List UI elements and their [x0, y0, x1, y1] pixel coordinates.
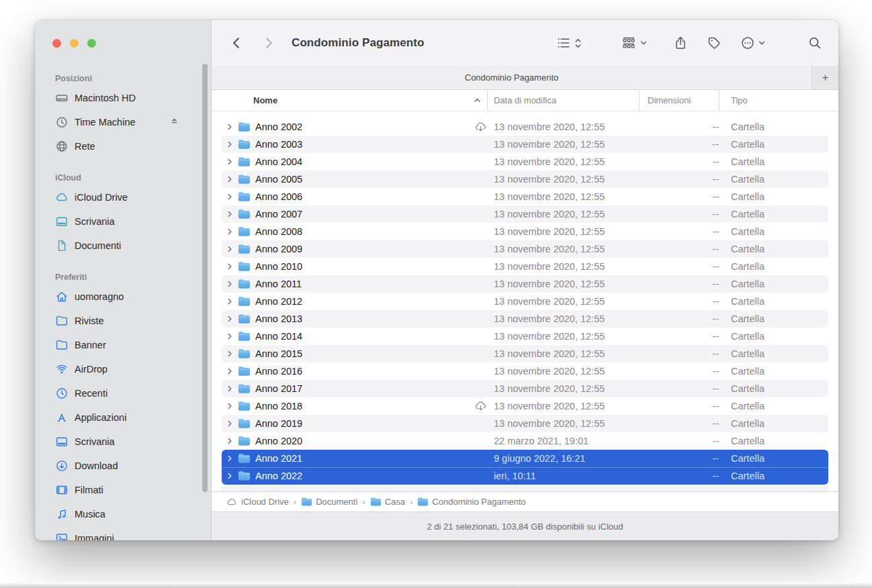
sidebar-item-uomoragno[interactable]: uomoragno [35, 285, 211, 309]
disclosure-triangle-icon[interactable] [222, 437, 238, 445]
sidebar-item-airdrop[interactable]: AirDrop [35, 357, 211, 381]
sidebar-item-download[interactable]: Download [35, 454, 211, 478]
file-row[interactable]: Anno 201613 novembre 2020, 12:55--Cartel… [222, 362, 828, 380]
file-row[interactable]: Anno 200213 novembre 2020, 12:55--Cartel… [222, 118, 828, 136]
file-size: -- [639, 401, 719, 411]
file-row[interactable]: Anno 201913 novembre 2020, 12:55--Cartel… [222, 415, 828, 432]
file-row[interactable]: Anno 200413 novembre 2020, 12:55--Cartel… [222, 153, 828, 170]
file-row[interactable]: Anno 201313 novembre 2020, 12:55--Cartel… [222, 310, 828, 328]
file-row[interactable]: Anno 200813 novembre 2020, 12:55--Cartel… [222, 223, 828, 240]
disclosure-triangle-icon[interactable] [222, 420, 238, 428]
path-item-casa[interactable]: Casa [370, 497, 405, 507]
disclosure-triangle-icon[interactable] [222, 245, 238, 253]
disclosure-triangle-icon[interactable] [222, 262, 238, 271]
search-button[interactable] [808, 36, 822, 50]
file-size: -- [639, 313, 719, 324]
file-row[interactable]: Anno 201413 novembre 2020, 12:55--Cartel… [222, 328, 828, 345]
tag-button[interactable] [707, 36, 722, 50]
more-actions-button[interactable] [740, 36, 766, 50]
column-header-name[interactable]: Nome [222, 95, 467, 105]
sidebar-item-recenti[interactable]: Recenti [35, 381, 211, 405]
disclosure-triangle-icon[interactable] [222, 228, 238, 236]
sidebar-item-filmati[interactable]: Filmati [35, 478, 211, 502]
disclosure-triangle-icon[interactable] [222, 402, 238, 410]
file-row[interactable]: Anno 200913 novembre 2020, 12:55--Cartel… [222, 240, 828, 258]
zoom-window-button[interactable] [87, 39, 96, 48]
sidebar-item-label: Recenti [75, 388, 107, 399]
sidebar-item-banner[interactable]: Banner [35, 333, 211, 357]
eject-icon[interactable] [169, 115, 180, 129]
file-row[interactable]: Anno 20219 giugno 2022, 16:21--Cartella [222, 450, 828, 467]
file-row[interactable]: Anno 201713 novembre 2020, 12:55--Cartel… [222, 380, 828, 397]
appstore-icon [55, 411, 69, 424]
file-row[interactable]: Anno 200713 novembre 2020, 12:55--Cartel… [222, 205, 828, 223]
minimize-window-button[interactable] [70, 39, 79, 48]
file-date-modified: 13 novembre 2020, 12:55 [494, 279, 639, 289]
file-name: Anno 2022 [255, 471, 467, 481]
disclosure-triangle-icon[interactable] [222, 280, 238, 288]
file-row[interactable]: Anno 202022 marzo 2021, 19:01--Cartella [222, 432, 828, 450]
disclosure-triangle-icon[interactable] [222, 315, 238, 323]
file-row[interactable]: Anno 200613 novembre 2020, 12:55--Cartel… [222, 188, 828, 205]
file-date-modified: 13 novembre 2020, 12:55 [494, 139, 639, 150]
sidebar-item-macintosh-hd[interactable]: Macintosh HD [35, 86, 211, 110]
disclosure-triangle-icon[interactable] [222, 454, 238, 462]
column-header-kind[interactable]: Tipo [719, 90, 828, 111]
file-size: -- [639, 139, 719, 150]
share-button[interactable] [673, 36, 688, 50]
file-name: Anno 2008 [255, 226, 467, 237]
file-kind: Cartella [719, 261, 828, 272]
file-row[interactable]: Anno 201513 novembre 2020, 12:55--Cartel… [222, 345, 828, 362]
path-item-icloud-drive[interactable]: iCloud Drive [226, 497, 289, 507]
sidebar-item-icloud-drive[interactable]: iCloud Drive [35, 185, 211, 209]
file-row[interactable]: Anno 201813 novembre 2020, 12:55--Cartel… [222, 397, 828, 415]
file-row[interactable]: Anno 2022ieri, 10:11--Cartella [222, 467, 828, 485]
file-row[interactable]: Anno 201213 novembre 2020, 12:55--Cartel… [222, 293, 828, 310]
disclosure-triangle-icon[interactable] [222, 472, 238, 480]
film-icon [55, 483, 69, 497]
path-item-condominio-pagamento[interactable]: Condominio Pagamento [417, 497, 525, 507]
group-by-button[interactable] [621, 36, 648, 50]
disclosure-triangle-icon[interactable] [222, 140, 238, 148]
column-header-date[interactable]: Data di modifica [487, 90, 639, 111]
folder-icon [301, 497, 312, 507]
folder-icon [238, 139, 255, 150]
sidebar-item-musica[interactable]: Musica [35, 502, 211, 526]
disclosure-triangle-icon[interactable] [222, 193, 238, 201]
file-row[interactable]: Anno 201013 novembre 2020, 12:55--Cartel… [222, 258, 828, 275]
tab-condominio-pagamento[interactable]: Condominio Pagamento [212, 66, 812, 89]
forward-button[interactable] [261, 36, 276, 50]
file-date-modified: 13 novembre 2020, 12:55 [494, 418, 639, 429]
sidebar-item-label: Banner [75, 340, 106, 350]
file-row[interactable]: Anno 200313 novembre 2020, 12:55--Cartel… [222, 136, 828, 153]
file-row[interactable]: Anno 200513 novembre 2020, 12:55--Cartel… [222, 170, 828, 188]
close-window-button[interactable] [52, 39, 61, 48]
sidebar-item-scrivania[interactable]: Scrivania [35, 209, 211, 234]
path-item-label: Condominio Pagamento [432, 497, 525, 507]
column-header-size[interactable]: Dimensioni [639, 90, 719, 111]
new-tab-button[interactable]: + [812, 66, 838, 89]
disclosure-triangle-icon[interactable] [222, 123, 238, 131]
path-item-documenti[interactable]: Documenti [301, 497, 357, 507]
sidebar-item-rete[interactable]: Rete [35, 134, 211, 158]
disclosure-triangle-icon[interactable] [222, 385, 238, 393]
disclosure-triangle-icon[interactable] [222, 175, 238, 183]
file-row[interactable]: Anno 201113 novembre 2020, 12:55--Cartel… [222, 275, 828, 293]
sidebar-item-applicazioni[interactable]: Applicazioni [35, 405, 211, 430]
disclosure-triangle-icon[interactable] [222, 350, 238, 358]
sidebar-item-label: Time Machine [75, 117, 136, 128]
disclosure-triangle-icon[interactable] [222, 158, 238, 166]
disclosure-triangle-icon[interactable] [222, 367, 238, 375]
sidebar-item-scrivania[interactable]: Scrivania [35, 430, 211, 454]
sidebar-item-riviste[interactable]: Riviste [35, 309, 211, 333]
sidebar-item-label: Riviste [75, 315, 104, 326]
sidebar-item-time-machine[interactable]: Time Machine [35, 110, 211, 134]
sidebar-scrollbar[interactable] [202, 64, 208, 492]
disclosure-triangle-icon[interactable] [222, 297, 238, 305]
view-options-button[interactable] [556, 36, 582, 50]
disclosure-triangle-icon[interactable] [222, 210, 238, 218]
back-button[interactable] [229, 36, 244, 50]
disclosure-triangle-icon[interactable] [222, 332, 238, 340]
sidebar-item-documenti[interactable]: Documenti [35, 234, 211, 258]
sidebar-item-immagini[interactable]: Immagini [35, 526, 211, 540]
